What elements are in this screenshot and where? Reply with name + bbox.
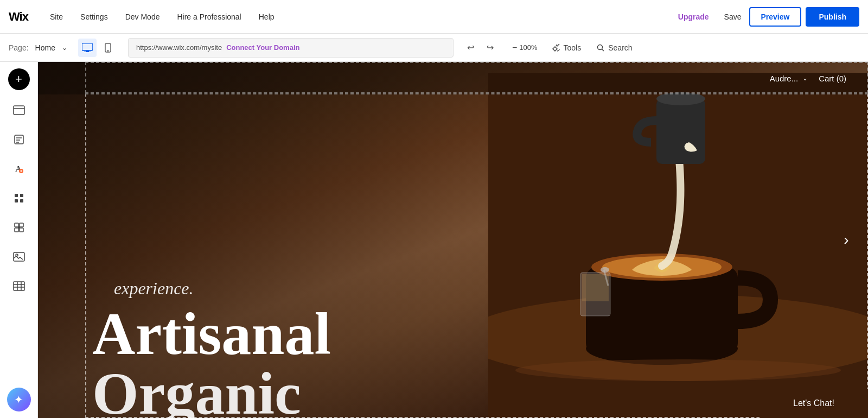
hero-subtitle: experience. xyxy=(114,278,194,299)
sections-icon xyxy=(13,105,25,115)
nav-help[interactable]: Help xyxy=(250,0,283,34)
user-menu[interactable]: Audre... ⌄ xyxy=(770,74,808,83)
svg-rect-42 xyxy=(582,274,609,301)
svg-rect-2 xyxy=(84,52,91,52)
canvas-area[interactable]: Audre... ⌄ Cart (0) experience. Artisana… xyxy=(38,62,868,418)
zoom-control[interactable]: − 100% xyxy=(508,43,542,53)
svg-point-5 xyxy=(598,45,603,49)
editor-toolbar: Page: Home ⌄ https://www.wix.com/mysite … xyxy=(0,34,868,62)
search-icon xyxy=(596,43,605,52)
tools-label: Tools xyxy=(564,43,582,52)
search-button[interactable]: Search xyxy=(591,43,637,52)
page-name: Home xyxy=(35,43,55,52)
undo-redo-controls: ↩ ↪ xyxy=(462,39,499,56)
sidebar-item-text[interactable]: A xyxy=(5,155,33,182)
apps-icon xyxy=(14,193,24,204)
coffee-pour-illustration xyxy=(488,73,868,418)
table-icon xyxy=(13,281,25,291)
svg-rect-1 xyxy=(86,50,89,52)
sidebar-item-sections[interactable] xyxy=(5,97,33,124)
sidebar-item-table[interactable] xyxy=(5,273,33,300)
svg-rect-24 xyxy=(20,228,23,232)
hero-title-artisanal: Artisanal xyxy=(92,304,331,364)
mobile-view-button[interactable] xyxy=(99,39,117,57)
search-label: Search xyxy=(608,43,632,52)
svg-rect-21 xyxy=(15,223,18,227)
url-text: https://www.wix.com/mysite xyxy=(136,43,222,52)
svg-rect-17 xyxy=(15,194,18,197)
url-bar: https://www.wix.com/mysite Connect Your … xyxy=(128,38,454,58)
connect-domain-link[interactable]: Connect Your Domain xyxy=(226,43,299,52)
svg-rect-19 xyxy=(15,199,18,202)
cart-button[interactable]: Cart (0) xyxy=(819,74,846,83)
device-switcher xyxy=(78,39,117,57)
undo-button[interactable]: ↩ xyxy=(462,39,480,56)
ai-icon: ✦ xyxy=(14,393,23,406)
sidebar-item-media[interactable] xyxy=(5,243,33,270)
redo-button[interactable]: ↪ xyxy=(482,39,499,56)
hero-background: Audre... ⌄ Cart (0) experience. Artisana… xyxy=(38,62,868,418)
nav-settings[interactable]: Settings xyxy=(72,0,117,34)
user-chevron-icon: ⌄ xyxy=(802,74,808,82)
svg-rect-7 xyxy=(14,106,24,115)
nav-hire-professional[interactable]: Hire a Professional xyxy=(168,0,250,34)
site-nav-bar: Audre... ⌄ Cart (0) xyxy=(38,62,868,94)
save-button[interactable]: Save xyxy=(717,12,749,21)
sidebar-item-integrations[interactable] xyxy=(5,214,33,241)
hero-title-organic: Organic xyxy=(92,364,301,418)
svg-point-4 xyxy=(107,50,108,51)
page-label: Page: xyxy=(9,43,29,52)
sidebar-item-apps[interactable] xyxy=(5,185,33,212)
left-sidebar: + A xyxy=(0,62,38,418)
svg-rect-20 xyxy=(20,199,23,202)
user-name: Audre... xyxy=(770,74,799,83)
ai-assistant-button[interactable]: ✦ xyxy=(7,388,31,411)
svg-rect-39 xyxy=(656,99,705,164)
site-preview: Audre... ⌄ Cart (0) experience. Artisana… xyxy=(38,62,868,418)
nav-site[interactable]: Site xyxy=(41,0,72,34)
svg-rect-18 xyxy=(20,194,23,197)
text-icon: A xyxy=(14,163,24,174)
next-slide-button[interactable]: › xyxy=(835,229,857,251)
zoom-minus-icon: − xyxy=(512,43,517,53)
upgrade-button[interactable]: Upgrade xyxy=(671,12,717,21)
svg-point-25 xyxy=(18,226,20,229)
svg-line-6 xyxy=(602,49,604,51)
lets-chat-button[interactable]: Let's Chat! xyxy=(760,389,868,418)
svg-rect-22 xyxy=(20,223,23,227)
svg-rect-0 xyxy=(82,43,93,50)
tools-button[interactable]: Tools xyxy=(546,43,587,52)
add-element-button[interactable]: + xyxy=(8,68,30,90)
page-dropdown-chevron[interactable]: ⌄ xyxy=(62,44,67,52)
tools-icon xyxy=(552,43,560,52)
svg-rect-28 xyxy=(14,282,24,290)
pages-icon xyxy=(14,134,24,145)
media-icon xyxy=(13,252,25,262)
sidebar-item-pages[interactable] xyxy=(5,126,33,153)
publish-button[interactable]: Publish xyxy=(806,7,859,27)
zoom-value: 100% xyxy=(519,43,537,52)
top-navigation: Wix Site Settings Dev Mode Hire a Profes… xyxy=(0,0,868,34)
desktop-view-button[interactable] xyxy=(78,39,97,57)
svg-point-45 xyxy=(515,359,841,381)
nav-dev-mode[interactable]: Dev Mode xyxy=(117,0,169,34)
main-area: + A xyxy=(0,62,868,418)
svg-rect-23 xyxy=(15,228,18,232)
wix-logo: Wix xyxy=(9,10,28,24)
preview-button[interactable]: Preview xyxy=(749,7,802,27)
integrations-icon xyxy=(13,221,25,233)
